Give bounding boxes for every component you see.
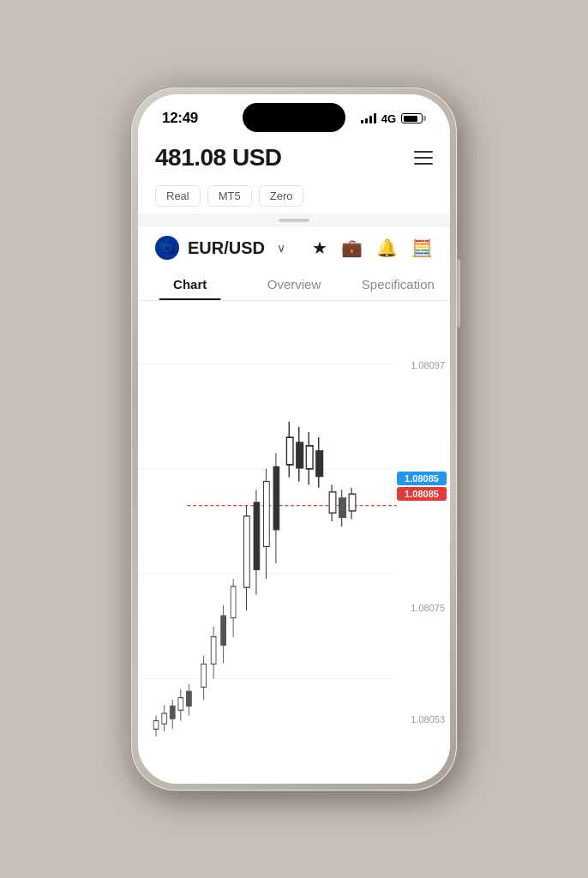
phone-inner: 12:49 4G xyxy=(138,94,450,784)
svg-rect-40 xyxy=(329,492,336,513)
signal-bar-1 xyxy=(361,120,363,123)
svg-rect-26 xyxy=(254,502,260,569)
price-label-3: 1.08075 xyxy=(394,603,450,613)
tab-chart[interactable]: Chart xyxy=(138,268,242,300)
instrument-left: 🇪🇺 EUR/USD ∨ xyxy=(155,236,285,260)
calculator-icon[interactable]: 🧮 xyxy=(411,238,433,258)
battery-icon xyxy=(401,113,426,123)
instrument-actions: ★ 💼 🔔 🧮 xyxy=(312,238,433,258)
svg-rect-44 xyxy=(349,494,356,511)
svg-rect-38 xyxy=(316,451,323,476)
account-tags: Real MT5 Zero xyxy=(138,182,450,213)
hamburger-line-3 xyxy=(414,163,433,165)
eur-flag-icon: 🇪🇺 xyxy=(155,236,179,260)
price-labels: 1.08097 1.08085 1.08085 1.08075 1.08053 xyxy=(394,301,450,784)
balance-amount: 481.08 USD xyxy=(155,144,282,171)
ask-badge: 1.08085 xyxy=(397,472,447,485)
header-section: 481.08 USD xyxy=(138,137,450,182)
status-bar: 12:49 4G xyxy=(138,94,450,137)
phone-device: 12:49 4G xyxy=(131,87,457,791)
svg-rect-34 xyxy=(297,442,303,467)
drag-handle-bar xyxy=(279,219,309,222)
tag-zero[interactable]: Zero xyxy=(259,185,304,207)
svg-rect-8 xyxy=(162,713,167,724)
tag-mt5[interactable]: MT5 xyxy=(207,185,252,207)
battery-fill xyxy=(404,116,417,122)
favorite-icon[interactable]: ★ xyxy=(312,238,327,258)
status-icons: 4G xyxy=(361,112,426,125)
svg-rect-6 xyxy=(153,721,159,730)
svg-rect-14 xyxy=(187,691,192,706)
svg-rect-12 xyxy=(178,698,183,711)
signal-bar-3 xyxy=(369,116,372,123)
svg-rect-32 xyxy=(286,437,293,465)
svg-rect-10 xyxy=(170,706,175,719)
tab-overview[interactable]: Overview xyxy=(242,268,345,300)
trade-icon[interactable]: 💼 xyxy=(341,238,363,258)
chart-area[interactable]: 1.08097 1.08085 1.08085 1.08075 1.08053 xyxy=(138,301,450,784)
price-label-1: 1.08097 xyxy=(394,360,450,370)
battery-tip xyxy=(423,116,426,121)
drag-handle xyxy=(138,213,450,227)
hamburger-menu[interactable] xyxy=(414,151,433,165)
signal-bars xyxy=(361,113,376,123)
tag-real[interactable]: Real xyxy=(155,185,201,207)
svg-rect-16 xyxy=(201,664,207,687)
tab-specification[interactable]: Specification xyxy=(346,268,450,300)
hamburger-line-2 xyxy=(414,157,433,159)
network-type: 4G xyxy=(381,112,396,125)
svg-rect-20 xyxy=(221,616,226,645)
signal-bar-4 xyxy=(374,113,376,123)
battery-body xyxy=(401,113,423,123)
signal-bar-2 xyxy=(365,118,368,123)
dynamic-island xyxy=(243,103,345,132)
hamburger-line-1 xyxy=(414,151,433,153)
bid-badge: 1.08085 xyxy=(397,487,447,501)
svg-rect-24 xyxy=(244,516,250,587)
alert-icon[interactable]: 🔔 xyxy=(376,238,398,258)
phone-screen: 12:49 4G xyxy=(138,94,450,784)
tabs-row: Chart Overview Specification xyxy=(138,268,450,301)
svg-rect-28 xyxy=(264,482,270,547)
svg-rect-42 xyxy=(339,498,346,517)
status-time: 12:49 xyxy=(162,110,198,127)
instrument-row: 🇪🇺 EUR/USD ∨ ★ 💼 🔔 🧮 xyxy=(138,227,450,268)
svg-rect-18 xyxy=(211,637,216,665)
svg-rect-22 xyxy=(231,586,236,618)
instrument-chevron-icon[interactable]: ∨ xyxy=(277,241,285,255)
instrument-name: EUR/USD xyxy=(188,238,265,258)
svg-rect-36 xyxy=(306,446,313,469)
price-label-2: 1.08085 1.08085 xyxy=(394,472,450,501)
price-label-4: 1.08053 xyxy=(394,714,450,725)
svg-rect-30 xyxy=(273,466,279,529)
